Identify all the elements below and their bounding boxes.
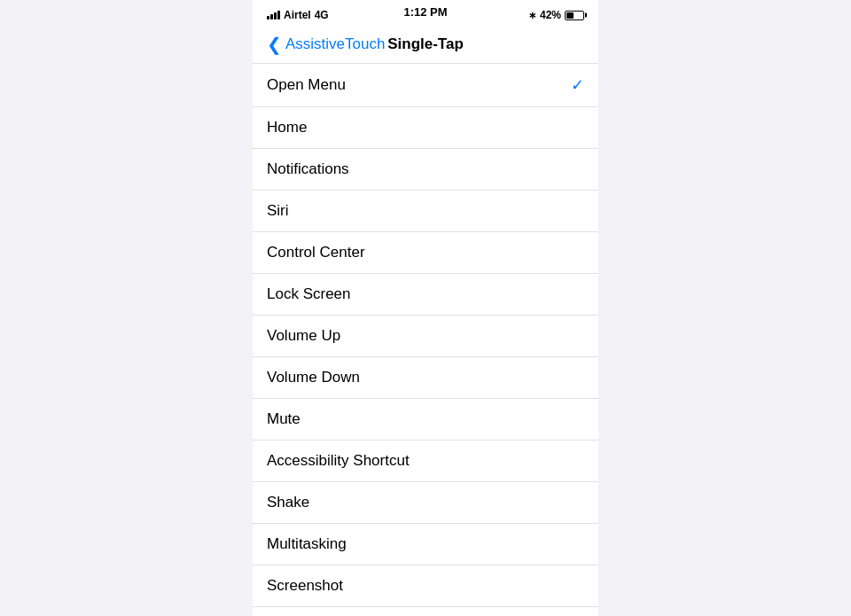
- status-time: 1:12 PM: [403, 5, 447, 19]
- list-item-label-siri: Siri: [267, 202, 289, 220]
- list-item-label-lock-screen: Lock Screen: [267, 285, 351, 303]
- signal-bar-4: [277, 11, 280, 19]
- signal-bars-icon: [267, 11, 280, 19]
- battery-icon: [565, 11, 584, 20]
- battery-percent: 42%: [540, 9, 561, 21]
- list-item-lock-screen[interactable]: Lock Screen: [253, 274, 598, 316]
- back-button[interactable]: ❮ AssistiveTouch: [267, 35, 385, 53]
- list-item-volume-up[interactable]: Volume Up: [253, 316, 598, 357]
- list-item-home[interactable]: Home: [253, 107, 598, 149]
- status-right: ∗ 42%: [528, 9, 584, 21]
- list-item-label-volume-up: Volume Up: [267, 327, 340, 345]
- list-item-multitasking[interactable]: Multitasking: [253, 524, 598, 565]
- list-item-label-shake: Shake: [267, 494, 309, 511]
- carrier-label: Airtel: [284, 9, 311, 21]
- list-item-label-control-center: Control Center: [267, 244, 365, 261]
- nav-title: Single-Tap: [387, 35, 464, 53]
- status-left: Airtel 4G: [267, 9, 329, 21]
- signal-bar-2: [270, 14, 273, 19]
- list-item-label-mute: Mute: [267, 410, 301, 428]
- bluetooth-icon: ∗: [528, 10, 536, 21]
- list-item-label-screenshot: Screenshot: [267, 577, 343, 595]
- signal-bar-1: [267, 16, 269, 19]
- list-item-open-menu[interactable]: Open Menu✓: [253, 64, 598, 107]
- list-item-notifications[interactable]: Notifications: [253, 149, 598, 191]
- phone-container: Airtel 4G 1:12 PM ∗ 42% ❮ AssistiveTouch…: [253, 0, 598, 616]
- list-item-volume-down[interactable]: Volume Down: [253, 357, 598, 399]
- status-bar: Airtel 4G 1:12 PM ∗ 42%: [253, 0, 598, 25]
- back-chevron-icon: ❮: [267, 35, 282, 53]
- list-item-screenshot[interactable]: Screenshot: [253, 565, 598, 607]
- list-item-control-center[interactable]: Control Center: [253, 232, 598, 274]
- list-container: Open Menu✓HomeNotificationsSiriControl C…: [253, 64, 598, 616]
- list-item-label-accessibility-shortcut: Accessibility Shortcut: [267, 452, 410, 470]
- list-item-accessibility-shortcut[interactable]: Accessibility Shortcut: [253, 441, 598, 482]
- back-label: AssistiveTouch: [285, 35, 385, 53]
- network-label: 4G: [315, 9, 329, 21]
- checkmark-open-menu: ✓: [571, 75, 584, 95]
- signal-bar-3: [274, 12, 277, 19]
- list-item-shake[interactable]: Shake: [253, 482, 598, 524]
- list-item-label-home: Home: [267, 119, 307, 136]
- list-item-siri[interactable]: Siri: [253, 191, 598, 232]
- list-item-mute[interactable]: Mute: [253, 399, 598, 441]
- nav-bar: ❮ AssistiveTouch Single-Tap: [253, 25, 598, 64]
- list-item-label-volume-down: Volume Down: [267, 369, 360, 386]
- list-item-label-multitasking: Multitasking: [267, 535, 347, 553]
- list-item-label-open-menu: Open Menu: [267, 76, 346, 94]
- list-item-lock-rotation[interactable]: Lock Rotation: [253, 607, 598, 616]
- list-item-label-notifications: Notifications: [267, 160, 349, 178]
